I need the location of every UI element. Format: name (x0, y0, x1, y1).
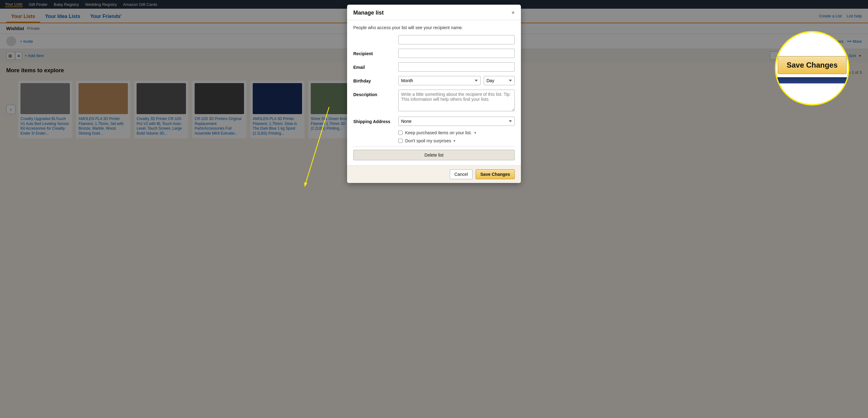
description-label: Description (353, 90, 398, 97)
modal-info-text: People who access your list will see you… (353, 25, 434, 30)
modal-separator (353, 146, 434, 147)
description-textarea[interactable] (398, 90, 434, 111)
keep-purchased-row: Keep purchased items on your list. ▾ (353, 130, 434, 135)
list-name-control (398, 35, 434, 44)
email-input[interactable] (398, 62, 434, 72)
recipient-input[interactable] (398, 49, 434, 58)
manage-list-modal: Manage list × People who access your lis… (347, 5, 434, 183)
shipping-control: None (398, 116, 434, 126)
modal-body: People who access your list will see you… (347, 20, 434, 165)
modal-title: Manage list (353, 10, 384, 16)
list-name-input[interactable] (398, 35, 434, 44)
dont-spoil-label: Don't spoil my surprises (405, 138, 434, 143)
description-row: Description (353, 90, 434, 112)
recipient-control (398, 49, 434, 58)
list-name-row (353, 35, 434, 44)
shipping-label: Shipping Address (353, 116, 398, 124)
email-control (398, 62, 434, 72)
birthday-control: Month JanuaryFebruaryMarch AprilMayJune … (398, 76, 434, 85)
shipping-row: Shipping Address None (353, 116, 434, 126)
email-label: Email (353, 62, 398, 70)
recipient-row: Recipient (353, 49, 434, 58)
delete-list-button[interactable]: Delete list (353, 150, 434, 160)
modal-header: Manage list × (347, 5, 434, 20)
keep-purchased-checkbox[interactable] (398, 131, 403, 135)
description-control (398, 90, 434, 112)
dont-spoil-checkbox[interactable] (398, 139, 403, 143)
birthday-month-select[interactable]: Month JanuaryFebruaryMarch AprilMayJune … (398, 76, 434, 85)
modal-footer: Cancel Save Changes (347, 165, 434, 183)
recipient-label: Recipient (353, 49, 398, 56)
list-name-label (353, 35, 398, 37)
shipping-address-select[interactable]: None (398, 116, 434, 126)
dont-spoil-row: Don't spoil my surprises ▾ (353, 138, 434, 143)
birthday-row: Birthday Month JanuaryFebruaryMarch Apri… (353, 76, 434, 85)
email-row: Email (353, 62, 434, 72)
keep-purchased-label: Keep purchased items on your list. (405, 130, 434, 135)
birthday-label: Birthday (353, 76, 398, 83)
